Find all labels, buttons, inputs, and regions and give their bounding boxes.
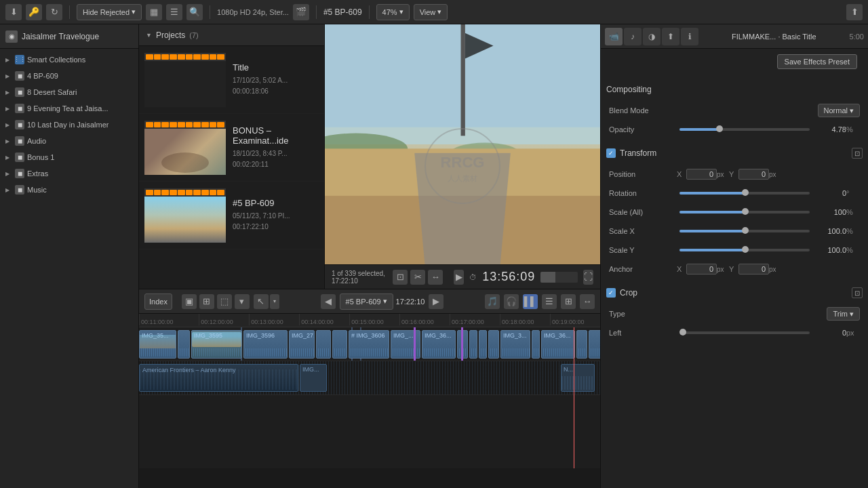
crop-icon[interactable]: ✂ xyxy=(410,270,425,285)
crop-checkbox[interactable]: ✓ xyxy=(606,288,616,298)
clip-dot1[interactable] xyxy=(469,330,477,359)
next-clip-button[interactable]: ▶ xyxy=(429,294,443,309)
position-x-input[interactable] xyxy=(686,169,717,180)
sidebar-item-bonus1[interactable]: ▶ ◼ Bonus 1 xyxy=(0,149,138,165)
crop-left-thumb[interactable] xyxy=(679,329,686,336)
tab-audio[interactable]: ♪ xyxy=(624,28,642,45)
hide-rejected-button[interactable]: Hide Rejected ▾ xyxy=(77,4,142,20)
clip-icon[interactable]: ▣ xyxy=(182,294,197,309)
audio-clip-2[interactable]: IMG... xyxy=(300,364,327,392)
scale-x-slider[interactable] xyxy=(679,230,810,232)
select-icon[interactable]: ⬚ xyxy=(217,294,232,309)
transform-crop-icon[interactable]: ⊡ xyxy=(852,148,863,159)
clip-dot2[interactable] xyxy=(479,330,487,359)
anchor-x-input[interactable] xyxy=(686,264,717,274)
fullscreen-icon[interactable]: ⛶ xyxy=(583,270,593,285)
right-panel-tabs: 📹 ♪ ◑ ⬆ ℹ FILMMAKE... · Basic Title 5:00 xyxy=(601,24,868,49)
browser-item-bp609[interactable]: #5 BP-609 05/11/23, 7:10 PI... 00:17:22:… xyxy=(139,182,324,249)
clip-l4[interactable] xyxy=(576,330,587,359)
opacity-thumb[interactable] xyxy=(716,125,723,132)
play-icon[interactable]: ▶ xyxy=(454,270,464,285)
tab-video[interactable]: 📹 xyxy=(605,28,623,45)
tab-info[interactable]: ℹ xyxy=(681,28,698,45)
clip-l1[interactable] xyxy=(178,330,190,359)
crop-left-slider[interactable] xyxy=(679,331,810,334)
scale-y-thumb[interactable] xyxy=(742,246,749,253)
index-tab[interactable]: Index xyxy=(144,293,172,310)
clip-img36a[interactable]: IMG_... xyxy=(391,330,420,359)
sidebar-item-10last[interactable]: ▶ ◼ 10 Last Day in Jaisalmer xyxy=(0,117,138,133)
current-clip-button[interactable]: #5 BP-609 ▾ xyxy=(340,293,393,310)
sidebar-item-4bp609[interactable]: ▶ ◼ 4 BP-609 xyxy=(0,68,138,84)
more-icon[interactable]: ▾ xyxy=(235,294,250,309)
clip-dot3[interactable] xyxy=(532,330,540,359)
sidebar-label: 10 Last Day in Jaisalmer xyxy=(27,121,108,129)
import-button[interactable]: ⬇ xyxy=(5,4,22,20)
cursor-dropdown[interactable]: ▾ xyxy=(270,294,279,309)
marker-purple1 xyxy=(414,327,416,361)
clip-img36c[interactable]: IMG_36... xyxy=(541,330,575,359)
rotate-button[interactable]: ↻ xyxy=(46,4,62,20)
clip-l3[interactable] xyxy=(488,330,499,359)
zoom-button[interactable]: 47% ▾ xyxy=(376,4,410,20)
clip-img3x[interactable]: IMG_3... xyxy=(500,330,530,359)
clip-img3596[interactable]: IMG_3596 xyxy=(243,330,288,359)
clip-img3595-big[interactable]: IMG_3595 xyxy=(191,330,242,359)
grid-view-button[interactable]: ▦ xyxy=(146,4,162,20)
scale-all-slider[interactable] xyxy=(679,211,810,214)
rotation-thumb[interactable] xyxy=(742,189,749,196)
timeline-view-btn2[interactable]: ☰ xyxy=(542,294,557,309)
prev-clip-button[interactable]: ◀ xyxy=(321,294,336,309)
video-icon[interactable]: 🎬 xyxy=(293,4,309,20)
position-y-input[interactable] xyxy=(738,169,769,180)
headphone-icon[interactable]: 🎧 xyxy=(504,294,519,309)
clip-img3595[interactable]: IMG_35... xyxy=(139,330,176,359)
audio-clip-main[interactable]: American Frontiers – Aaron Kenny xyxy=(139,364,298,392)
audio-icon[interactable]: 🎵 xyxy=(485,294,500,309)
clip-im1[interactable] xyxy=(316,330,331,359)
crop-type-select[interactable]: Trim ▾ xyxy=(827,307,860,321)
list-view-button[interactable]: ☰ xyxy=(166,4,182,20)
blade-icon[interactable]: ⊞ xyxy=(199,294,214,309)
clip-img3606[interactable]: # IMG_3606 xyxy=(349,330,389,359)
timeline-view-btn4[interactable]: ↔ xyxy=(580,294,595,309)
clip-im3[interactable] xyxy=(589,330,600,359)
timeline-mini xyxy=(540,272,578,283)
anchor-y-input[interactable] xyxy=(738,264,769,274)
cursor-tool[interactable]: ↖ xyxy=(254,294,269,309)
rotation-slider[interactable] xyxy=(679,192,810,195)
clip-im2[interactable] xyxy=(332,330,347,359)
browser-item-title[interactable]: Title 17/10/23, 5:02 A... 00:00:18:06 xyxy=(139,46,324,114)
sidebar-item-8desert[interactable]: ▶ ◼ 8 Desert Safari xyxy=(0,84,138,100)
sidebar-item-extras[interactable]: ▶ ◼ Extras xyxy=(0,165,138,182)
view-button[interactable]: View ▾ xyxy=(414,4,448,20)
timeline-view-btn3[interactable]: ⊞ xyxy=(561,294,576,309)
transform-icon[interactable]: ↔ xyxy=(428,270,443,285)
sidebar-item-audio[interactable]: ▶ ◼ Audio xyxy=(0,133,138,149)
anchor-label: Anchor xyxy=(609,265,677,273)
browser-item-bonus[interactable]: BONUS – Examinat...ide 18/10/23, 8:43 P.… xyxy=(139,114,324,182)
scale-y-slider[interactable] xyxy=(679,249,810,251)
clip-img36b[interactable]: IMG_36... xyxy=(422,330,456,359)
folder-icon: ◼ xyxy=(15,152,24,162)
audio-clip-3[interactable]: N... xyxy=(561,364,595,392)
transform-checkbox[interactable]: ✓ xyxy=(606,148,616,158)
clip-img27[interactable]: IMG_27... xyxy=(289,330,315,359)
sidebar-item-9evening[interactable]: ▶ ◼ 9 Evening Tea at Jaisa... xyxy=(0,100,138,117)
tab-color[interactable]: ◑ xyxy=(643,28,660,45)
sidebar-item-smart-collections[interactable]: ▶ ⋮⋮ Smart Collections xyxy=(0,52,138,68)
sidebar-item-music[interactable]: ▶ ◼ Music xyxy=(0,182,138,198)
crop-icon[interactable]: ⊡ xyxy=(852,287,863,298)
timeline-view-btn1[interactable]: ▌▌ xyxy=(523,294,538,309)
blend-mode-select[interactable]: Normal ▾ xyxy=(818,104,860,117)
svg-rect-8 xyxy=(460,24,465,136)
key-button[interactable]: 🔑 xyxy=(26,4,42,20)
share-icon[interactable]: ⬆ xyxy=(846,4,863,20)
zoom-fit-icon[interactable]: ⊡ xyxy=(393,270,408,285)
scale-all-thumb[interactable] xyxy=(742,208,749,215)
scale-x-thumb[interactable] xyxy=(742,227,749,234)
opacity-slider[interactable] xyxy=(679,128,810,131)
save-preset-button[interactable]: Save Effects Preset xyxy=(777,54,857,69)
tab-share[interactable]: ⬆ xyxy=(662,28,679,45)
search-icon[interactable]: 🔍 xyxy=(186,4,203,20)
